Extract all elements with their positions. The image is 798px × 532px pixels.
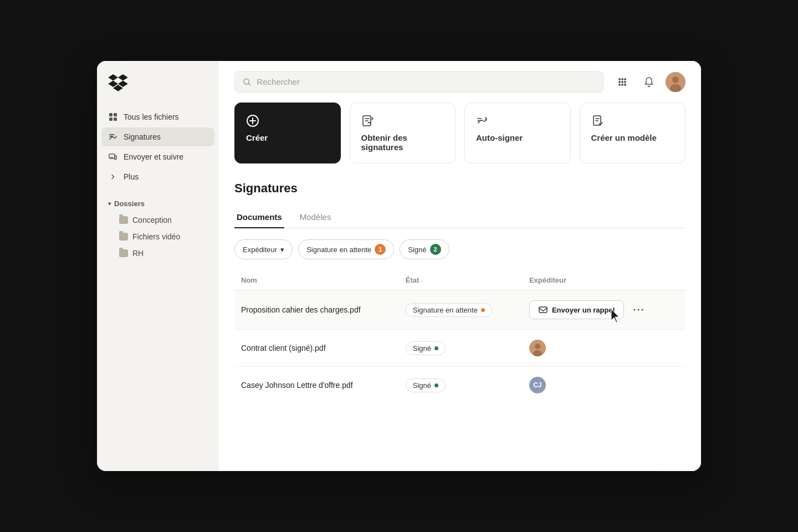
status-label: Signature en attente bbox=[413, 306, 478, 314]
action-card-label: Auto-signer bbox=[476, 133, 559, 142]
folder-label: Fichiers vidéo bbox=[132, 232, 180, 241]
filters: Expéditeur ▾ Signature en attente 1 Sign… bbox=[234, 239, 686, 259]
tab-documents[interactable]: Documents bbox=[234, 207, 284, 228]
status-dot-green bbox=[434, 383, 438, 387]
svg-point-7 bbox=[621, 78, 623, 80]
col-nom: Nom bbox=[234, 270, 399, 290]
folder-label: Conception bbox=[132, 216, 172, 224]
bell-icon bbox=[643, 76, 654, 88]
cell-expediteur: CJ bbox=[523, 367, 686, 404]
svg-point-14 bbox=[624, 84, 626, 86]
action-card-label: Créer un modèle bbox=[591, 133, 674, 142]
tabs: Documents Modèles bbox=[234, 207, 686, 228]
action-card-label: Créer bbox=[246, 133, 329, 142]
expediteur-avatar-1 bbox=[529, 340, 546, 356]
cell-expediteur: Envoyer un rappel bbox=[523, 290, 686, 330]
sidebar-item-tous-fichiers[interactable]: Tous les fichiers bbox=[101, 108, 214, 126]
folder-item-rh[interactable]: RH bbox=[112, 245, 214, 261]
plus-icon bbox=[246, 114, 329, 127]
svg-point-10 bbox=[621, 81, 623, 83]
action-card-creer-modele[interactable]: Créer un modèle bbox=[580, 103, 686, 163]
avatar-image bbox=[666, 72, 686, 92]
logo-area bbox=[97, 74, 219, 108]
sidebar-item-plus[interactable]: Plus bbox=[101, 167, 214, 186]
header-icons bbox=[612, 72, 686, 92]
dossiers-section[interactable]: ▾ Dossiers bbox=[97, 195, 219, 210]
status-badge-pending: Signature en attente bbox=[406, 303, 492, 317]
sidebar-item-signatures[interactable]: Signatures bbox=[101, 127, 214, 146]
send-reminder-label: Envoyer un rappel bbox=[552, 306, 615, 314]
search-bar[interactable] bbox=[234, 71, 603, 93]
svg-rect-0 bbox=[109, 113, 112, 116]
table-row: Contrat client (signé).pdf Signé bbox=[234, 330, 686, 367]
dossiers-label: Dossiers bbox=[114, 200, 145, 208]
cell-etat: Signature en attente bbox=[399, 290, 523, 330]
send-reminder-button[interactable]: Envoyer un rappel bbox=[529, 300, 624, 319]
header bbox=[219, 61, 701, 103]
cell-nom: Casey Johnson Lettre d'offre.pdf bbox=[234, 367, 399, 404]
svg-point-22 bbox=[634, 309, 636, 311]
svg-rect-4 bbox=[109, 154, 115, 158]
svg-point-12 bbox=[618, 84, 621, 86]
filter-signe[interactable]: Signé 2 bbox=[400, 239, 449, 259]
folder-item-conception[interactable]: Conception bbox=[112, 212, 214, 228]
svg-rect-3 bbox=[114, 117, 117, 121]
filter-signature-en-attente[interactable]: Signature en attente 1 bbox=[298, 239, 394, 259]
folder-item-fichiers-video[interactable]: Fichiers vidéo bbox=[112, 229, 214, 244]
search-icon bbox=[243, 78, 251, 86]
chevron-down-icon: ▾ bbox=[108, 201, 111, 207]
svg-rect-2 bbox=[109, 117, 112, 121]
action-card-auto-signer[interactable]: Auto-signer bbox=[464, 103, 571, 163]
user-avatar[interactable] bbox=[666, 72, 686, 92]
action-card-label: Obtenir des signatures bbox=[361, 133, 444, 152]
template-icon bbox=[591, 114, 674, 127]
send-icon bbox=[108, 152, 118, 162]
status-badge-signed: Signé bbox=[406, 341, 446, 355]
cell-nom: Proposition cahier des charges.pdf bbox=[234, 290, 399, 330]
notifications-button[interactable] bbox=[639, 72, 659, 92]
search-input[interactable] bbox=[257, 77, 595, 86]
tab-modeles[interactable]: Modèles bbox=[298, 207, 334, 228]
chevron-right-icon bbox=[108, 172, 118, 182]
cell-nom: Contrat client (signé).pdf bbox=[234, 330, 399, 367]
filter-label: Signature en attente bbox=[306, 245, 371, 254]
sidebar-item-envoyer-suivre[interactable]: Envoyer et suivre bbox=[101, 147, 214, 166]
content-area: Créer Obtenir des signatures bbox=[219, 103, 701, 471]
sidebar-divider bbox=[97, 186, 219, 195]
svg-point-11 bbox=[624, 81, 626, 83]
svg-point-6 bbox=[618, 78, 621, 80]
filter-badge-pending: 1 bbox=[375, 244, 386, 255]
cell-expediteur bbox=[523, 330, 686, 367]
filter-label: Signé bbox=[408, 245, 426, 254]
svg-point-9 bbox=[618, 81, 621, 83]
document-name: Contrat client (signé).pdf bbox=[241, 344, 326, 352]
svg-rect-21 bbox=[539, 307, 547, 313]
col-expediteur: Expéditeur bbox=[523, 270, 686, 290]
svg-point-26 bbox=[535, 344, 540, 349]
filter-expediteur[interactable]: Expéditeur ▾ bbox=[234, 239, 293, 259]
filter-label: Expéditeur bbox=[243, 245, 277, 254]
table-header: Nom État Expéditeur bbox=[234, 270, 686, 290]
auto-sign-icon bbox=[476, 114, 559, 127]
action-area: Envoyer un rappel bbox=[529, 300, 679, 319]
grid-icon bbox=[108, 112, 118, 122]
status-label: Signé bbox=[413, 381, 431, 390]
expediteur-avatar-2: CJ bbox=[529, 377, 546, 393]
page-title: Signatures bbox=[234, 181, 686, 196]
folders-list: Conception Fichiers vidéo RH bbox=[97, 210, 219, 261]
more-options-button[interactable] bbox=[630, 301, 647, 319]
action-cards: Créer Obtenir des signatures bbox=[234, 103, 686, 163]
folder-label: RH bbox=[132, 249, 144, 258]
apps-grid-icon bbox=[617, 76, 628, 88]
apps-button[interactable] bbox=[612, 72, 632, 92]
action-card-obtenir-signatures[interactable]: Obtenir des signatures bbox=[350, 103, 456, 163]
action-card-creer[interactable]: Créer bbox=[234, 103, 341, 163]
svg-point-8 bbox=[624, 78, 626, 80]
sidebar-nav: Tous les fichiers Signatures bbox=[97, 108, 219, 186]
sidebar: Tous les fichiers Signatures bbox=[97, 61, 219, 471]
sidebar-item-label: Plus bbox=[124, 172, 139, 181]
col-etat: État bbox=[399, 270, 523, 290]
filter-badge-signed: 2 bbox=[430, 244, 441, 255]
svg-point-16 bbox=[672, 76, 679, 83]
signatures-icon bbox=[108, 132, 118, 142]
